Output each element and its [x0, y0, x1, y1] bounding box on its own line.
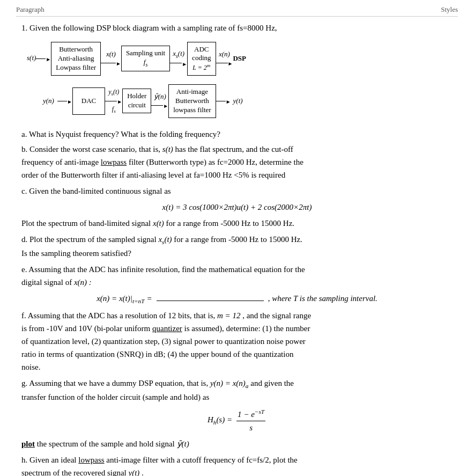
adc-box: ADC coding L = 2m [187, 42, 216, 76]
content-area: 1. Given the following DSP block diagram… [16, 22, 458, 476]
question-title: 1. Given the following DSP block diagram… [21, 22, 453, 34]
ybar-n-label: ȳ(n) [154, 92, 166, 101]
g-Hhs-equation: Hh(s) = 1 − e−sT s [21, 407, 453, 434]
holder-box: Holder circuit [122, 89, 151, 113]
dsp-label: DSP [233, 54, 246, 63]
signal-yt-label: y(t) [233, 97, 243, 105]
ybar-connector: ȳ(n) [151, 92, 168, 109]
x-t-connector: x(t) [101, 50, 121, 67]
arrowhead-r1 [67, 97, 72, 105]
top-bar: Paragraph Styles [16, 5, 458, 17]
arrowhead1 [46, 54, 51, 63]
signal-xn-label: x(n) [219, 50, 230, 58]
arrow-r4 [216, 97, 231, 105]
arrow1 [36, 54, 51, 63]
butterworth-box: Butterworth Anti-aliasing Lowpass filter [51, 42, 101, 76]
arrowhead3 [182, 59, 187, 68]
g-plot-underline: plot [21, 440, 35, 448]
diagram-row2: y(n) DAC ys(t) fs Holder [43, 84, 453, 118]
part-h: h. Given an ideal lowpass anti-image fil… [21, 453, 453, 476]
part-a: a. What is Nyquist frequency? What is th… [21, 128, 453, 141]
ys-connector: ys(t) fs [105, 88, 122, 114]
signal-s-t: s(t) [27, 54, 36, 62]
arrowhead-r2 [117, 97, 122, 105]
arrowhead2 [116, 58, 121, 67]
part-f: f. Assuming that the ADC has a resolutio… [21, 309, 453, 374]
b-s-t: s(t) [162, 145, 173, 153]
block-diagram: s(t) Butterworth Anti-aliasing Lowpass f… [27, 42, 453, 118]
g-fraction: 1 − e−sT s [236, 407, 265, 434]
xs-t-connector: xs(t) [170, 49, 187, 68]
c-equation: x(t) = 3 cos(1000×2πt)u(t) + 2 cos(2000×… [21, 201, 453, 214]
part-e: e. Assuming that the ADC has infinite re… [21, 263, 453, 306]
e-equation: x(n) = x(t)|t=nT = , where T is the samp… [21, 292, 453, 306]
fs-label-row2: fs [112, 105, 116, 114]
e-blank [157, 301, 264, 301]
part-g: g. Assuming that we have a dummy DSP equ… [21, 377, 453, 450]
part-d: d. Plot the spectrum of the sampled sign… [21, 233, 453, 260]
d-xst: xs(t) [158, 235, 172, 244]
arrow-r1 [57, 97, 72, 105]
h-yt: y(t) [129, 468, 140, 476]
top-bar-left: Paragraph [16, 5, 45, 14]
signal-yn-label: y(n) [43, 97, 54, 105]
g-ybar-t: ȳ(t) [177, 440, 189, 448]
c-xt: x(t) [153, 219, 164, 228]
g-eq1: y(n) = x(n)a [210, 379, 249, 387]
top-bar-right: Styles [441, 5, 458, 14]
signal-xs-t-label: xs(t) [173, 49, 184, 59]
b-lowpass-underline: lowpass [101, 158, 127, 166]
anti-image-box: Anti-image Butterworth lowpass filter [168, 84, 216, 118]
sampling-unit-box: Sampling unit fs [121, 46, 170, 71]
part-b: b. Consider the worst case scenario, tha… [21, 143, 453, 181]
arrowhead-r4 [226, 97, 231, 105]
signal-x-t-label: x(t) [106, 50, 116, 58]
xn-connector: x(n) [216, 50, 233, 67]
part-c: c. Given the band-limited continuous sig… [21, 185, 453, 230]
f-quantizer-underline: quantizer [152, 324, 182, 333]
arrowhead-r3 [163, 101, 168, 109]
h-lowpass-underline: lowpass [78, 456, 104, 464]
arrowhead4 [228, 58, 233, 67]
f-m12: m = 12 [217, 311, 240, 320]
ys-t-label: ys(t) [108, 88, 119, 97]
dac-box: DAC [72, 87, 105, 115]
diagram-row1: s(t) Butterworth Anti-aliasing Lowpass f… [27, 42, 453, 76]
e-xn: x(n) : [74, 278, 92, 287]
